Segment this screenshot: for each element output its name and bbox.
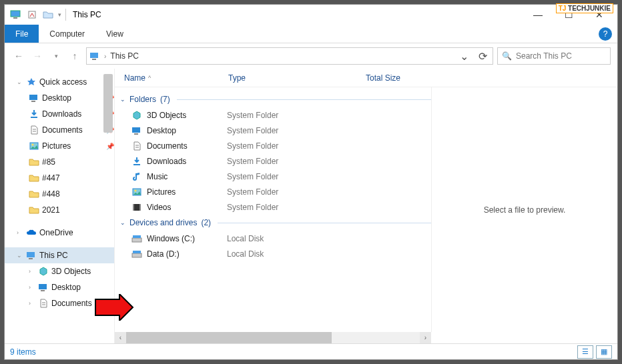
scroll-left-button[interactable]: ‹ <box>115 332 126 343</box>
breadcrumb[interactable]: This PC <box>110 51 139 61</box>
desktop-icon <box>38 282 49 293</box>
sidebar-item-pictures[interactable]: Pictures📌 <box>5 138 114 154</box>
svg-rect-29 <box>133 235 141 238</box>
qat-dropdown-icon[interactable]: ▾ <box>58 11 61 18</box>
nav-label: #448 <box>42 189 114 199</box>
back-button[interactable]: ← <box>11 49 26 63</box>
nav-label: Desktop <box>42 93 103 103</box>
svg-rect-26 <box>133 204 134 211</box>
icons-view-button[interactable]: ▦ <box>596 345 612 359</box>
svg-rect-7 <box>31 117 37 118</box>
chevron-right-icon[interactable]: › <box>29 284 35 291</box>
sidebar-item-folder[interactable]: #448 <box>5 186 114 202</box>
qat-properties-icon[interactable] <box>26 9 38 21</box>
navigation-pane: ⌄ Quick access Desktop📌Downloads📌Documen… <box>5 69 115 343</box>
search-icon: 🔍 <box>502 51 512 61</box>
preview-empty-text: Select a file to preview. <box>484 205 566 215</box>
sidebar-item-3d-objects[interactable]: ›3D Objects <box>5 263 114 279</box>
folder-icon <box>29 205 39 215</box>
column-total-size[interactable]: Total Size <box>366 73 446 83</box>
list-item[interactable]: MusicSystem Folder <box>115 169 431 184</box>
column-type[interactable]: Type <box>228 73 366 83</box>
list-item[interactable]: DocumentsSystem Folder <box>115 138 431 153</box>
svg-rect-18 <box>132 127 140 133</box>
chevron-right-icon[interactable]: › <box>17 229 23 236</box>
list-item[interactable]: PicturesSystem Folder <box>115 184 431 199</box>
item-type: System Folder <box>227 141 278 151</box>
nav-onedrive[interactable]: › OneDrive <box>5 225 114 241</box>
list-item[interactable]: Data (D:)Local Disk <box>115 246 431 261</box>
group-drives[interactable]: ⌄ Devices and drives (2) <box>115 215 431 231</box>
nav-quick-access[interactable]: ⌄ Quick access <box>5 74 114 90</box>
recent-dropdown[interactable]: ▾ <box>49 49 63 63</box>
qat-folder-icon[interactable] <box>42 9 54 21</box>
chevron-right-icon[interactable]: › <box>29 268 35 275</box>
scroll-thumb[interactable] <box>126 332 332 343</box>
nav-this-pc[interactable]: ⌄ This PC <box>5 247 114 263</box>
chevron-right-icon[interactable]: › <box>29 300 35 307</box>
group-folders[interactable]: ⌄ Folders (7) <box>115 91 431 107</box>
tab-view[interactable]: View <box>95 25 134 43</box>
sidebar-item-folder[interactable]: #85 <box>5 154 114 170</box>
sidebar-item-folder[interactable]: #447 <box>5 170 114 186</box>
search-input[interactable]: 🔍 Search This PC <box>497 47 611 65</box>
folder-icon <box>29 157 39 167</box>
drive-icon <box>131 233 143 245</box>
sidebar-item-downloads[interactable]: Downloads📌 <box>5 106 114 122</box>
up-button[interactable]: ↑ <box>67 49 82 63</box>
address-box[interactable]: › This PC ⌄ ⟳ <box>86 47 493 65</box>
refresh-button[interactable]: ⟳ <box>475 50 490 63</box>
desktop-icon <box>29 93 39 103</box>
svg-rect-3 <box>90 53 98 58</box>
window-title: This PC <box>73 10 101 19</box>
nav-scrollbar[interactable] <box>103 74 113 133</box>
item-name: Music <box>147 172 227 181</box>
address-dropdown-icon[interactable]: ⌄ <box>456 50 471 63</box>
chevron-down-icon[interactable]: ⌄ <box>17 79 23 85</box>
star-icon <box>26 77 37 87</box>
item-name: Desktop <box>147 126 227 135</box>
pc-icon <box>89 52 100 60</box>
svg-rect-28 <box>132 238 141 242</box>
preview-pane: Select a file to preview. <box>431 87 617 332</box>
3d-icon <box>131 109 143 121</box>
help-button[interactable]: ? <box>599 27 612 41</box>
nav-label: Pictures <box>42 141 103 151</box>
folder-icon <box>29 173 39 183</box>
sidebar-item-folder[interactable]: 2021 <box>5 202 114 218</box>
column-headers: Name ^ Type Total Size <box>115 69 617 87</box>
nav-label: 2021 <box>42 205 114 215</box>
chevron-down-icon[interactable]: ⌄ <box>120 96 125 103</box>
downloads-icon <box>131 155 143 167</box>
horizontal-scrollbar[interactable]: ‹ › <box>115 332 431 343</box>
sidebar-item-documents[interactable]: Documents📌 <box>5 122 114 138</box>
tab-computer[interactable]: Computer <box>39 25 95 43</box>
address-bar: ← → ▾ ↑ › This PC ⌄ ⟳ 🔍 Search This PC <box>5 43 617 69</box>
chevron-right-icon[interactable]: › <box>104 53 106 60</box>
forward-button[interactable]: → <box>30 49 45 63</box>
list-item[interactable]: DesktopSystem Folder <box>115 123 431 138</box>
column-name[interactable]: Name ^ <box>124 73 228 83</box>
sidebar-item-desktop[interactable]: Desktop📌 <box>5 90 114 106</box>
pc-icon <box>26 250 37 261</box>
list-item[interactable]: Windows (C:)Local Disk <box>115 231 431 246</box>
list-item[interactable]: 3D ObjectsSystem Folder <box>115 107 431 123</box>
list-item[interactable]: DownloadsSystem Folder <box>115 153 431 169</box>
item-name: Pictures <box>147 187 227 197</box>
chevron-down-icon[interactable]: ⌄ <box>120 219 125 226</box>
nav-label: Documents <box>42 125 103 135</box>
nav-label: This PC <box>39 251 114 260</box>
svg-rect-22 <box>133 164 140 165</box>
item-type: System Folder <box>227 172 278 181</box>
minimize-button[interactable]: — <box>523 5 553 25</box>
svg-rect-2 <box>29 11 35 18</box>
sidebar-item-documents[interactable]: ›Documents <box>5 295 114 311</box>
details-view-button[interactable]: ☰ <box>577 345 593 359</box>
chevron-down-icon[interactable]: ⌄ <box>17 252 23 259</box>
file-tab[interactable]: File <box>5 25 39 43</box>
svg-rect-15 <box>41 290 45 291</box>
sidebar-item-desktop[interactable]: ›Desktop <box>5 279 114 295</box>
item-name: 3D Objects <box>147 111 227 120</box>
list-item[interactable]: VideosSystem Folder <box>115 199 431 215</box>
scroll-right-button[interactable]: › <box>420 332 431 343</box>
